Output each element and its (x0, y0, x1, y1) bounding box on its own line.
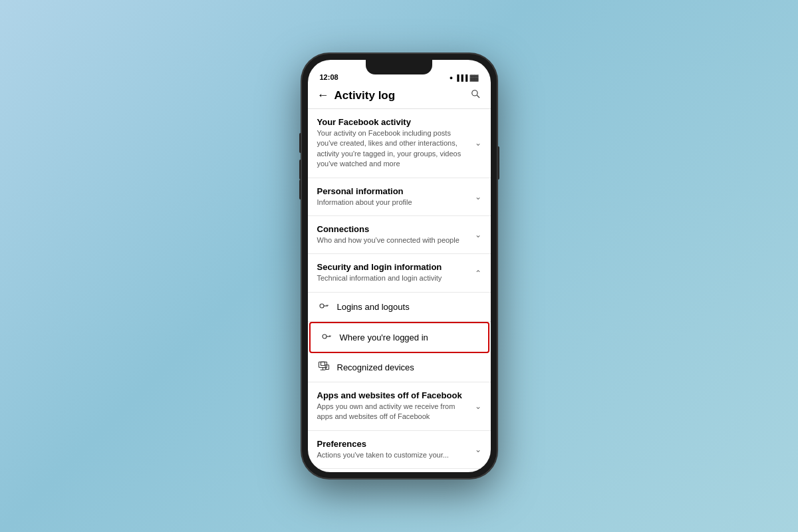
section-title: Connections (317, 224, 469, 234)
section-text: Apps and websites off of Facebook Apps y… (317, 390, 475, 422)
section-personal-information[interactable]: Personal information Information about y… (308, 178, 491, 216)
section-subtitle: Apps you own and activity we receive fro… (317, 402, 469, 422)
page-title: Activity log (334, 89, 396, 102)
monitor-icon (317, 360, 331, 374)
phone-screen: 12:08 ● ▐▐▐ ▓▓ ← Activity log (308, 60, 491, 472)
section-subtitle: Your activity on Facebook including post… (317, 128, 469, 170)
section-preferences[interactable]: Preferences Actions you've taken to cust… (308, 431, 491, 469)
section-apps-websites[interactable]: Apps and websites off of Facebook Apps y… (308, 382, 491, 431)
recognized-devices-label: Recognized devices (337, 362, 481, 372)
back-button[interactable]: ← (317, 88, 329, 102)
header-left: ← Activity log (317, 88, 396, 102)
section-subtitle: Actions you've taken to customize your..… (317, 450, 469, 460)
status-time: 12:08 (320, 73, 338, 81)
section-title: Security and login information (317, 262, 469, 272)
section-security-login[interactable]: Security and login information Technical… (308, 254, 491, 292)
recognized-devices-item[interactable]: Recognized devices (308, 353, 491, 382)
page-header: ← Activity log (308, 84, 491, 109)
chevron-down-icon: ⌄ (475, 192, 481, 201)
section-title: Preferences (317, 439, 469, 449)
svg-rect-11 (321, 362, 325, 365)
content-area: Your Facebook activity Your activity on … (308, 109, 491, 472)
chevron-down-icon: ⌄ (475, 230, 481, 239)
battery-icon: ▓▓ (469, 74, 478, 81)
logins-logouts-item[interactable]: Logins and logouts (308, 293, 491, 322)
section-title: Your Facebook activity (317, 117, 469, 127)
phone-frame: 12:08 ● ▐▐▐ ▓▓ ← Activity log (301, 53, 497, 479)
section-subtitle: Information about your profile (317, 198, 469, 207)
section-text: Security and login information Technical… (317, 262, 475, 283)
logins-logouts-label: Logins and logouts (337, 302, 481, 312)
section-connections[interactable]: Connections Who and how you've connected… (308, 216, 491, 254)
where-logged-in-label: Where you're logged in (340, 332, 479, 342)
chevron-down-icon: ⌄ (475, 402, 481, 411)
svg-point-0 (471, 90, 477, 96)
section-title: Personal information (317, 186, 469, 196)
svg-line-1 (477, 95, 479, 98)
where-logged-in-item[interactable]: Where you're logged in (309, 322, 489, 353)
wifi-icon: ▐▐▐ (455, 74, 467, 81)
notch (366, 60, 432, 74)
svg-point-2 (320, 304, 324, 308)
phone-device: 12:08 ● ▐▐▐ ▓▓ ← Activity log (301, 53, 497, 479)
key-icon (317, 300, 331, 314)
chevron-up-icon: ⌃ (475, 269, 481, 278)
status-icons: ● ▐▐▐ ▓▓ (450, 74, 479, 81)
section-subtitle: Who and how you've connected with people (317, 235, 469, 245)
section-facebook-activity[interactable]: Your Facebook activity Your activity on … (308, 109, 491, 178)
section-text: Connections Who and how you've connected… (317, 224, 475, 245)
chevron-down-icon: ⌄ (475, 138, 481, 148)
section-text: Preferences Actions you've taken to cust… (317, 439, 475, 460)
key-icon (320, 331, 333, 344)
svg-point-6 (323, 334, 327, 338)
section-subtitle: Technical information and login activity (317, 273, 469, 283)
chevron-down-icon: ⌄ (475, 445, 481, 454)
section-text: Personal information Information about y… (317, 186, 475, 207)
section-text: Your Facebook activity Your activity on … (317, 117, 475, 170)
section-title: Apps and websites off of Facebook (317, 390, 469, 400)
signal-icon: ● (450, 74, 453, 81)
search-icon[interactable] (469, 88, 481, 103)
